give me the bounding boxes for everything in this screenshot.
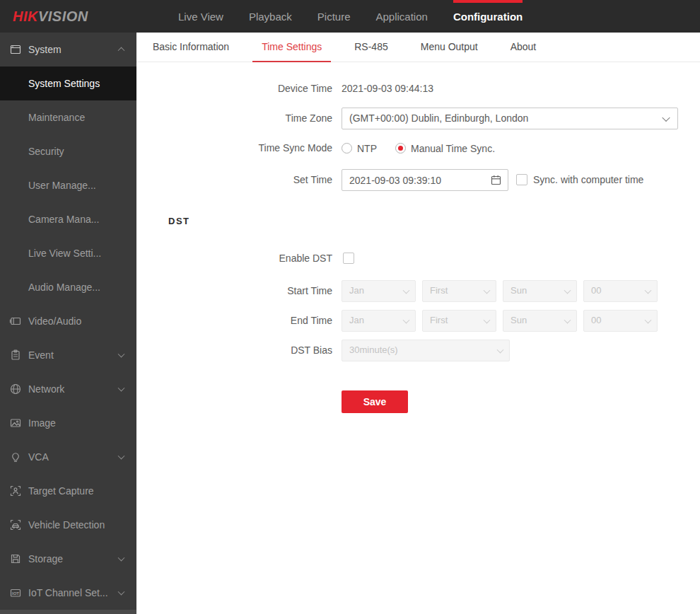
- manual-time-sync-radio-label[interactable]: Manual Time Sync.: [411, 143, 495, 154]
- tab-rs-485[interactable]: RS-485: [345, 33, 397, 62]
- chevron-down-icon: [564, 286, 571, 294]
- logo-text-vision: VISION: [38, 8, 88, 25]
- time-zone-row: Time Zone (GMT+00:00) Dublin, Edinburgh,…: [136, 108, 700, 129]
- sidebar-item-security[interactable]: Security: [0, 134, 136, 168]
- dst-end-month-value: Jan: [349, 315, 364, 325]
- vehicle-detection-icon: [9, 519, 22, 531]
- dst-end-hour-value: 00: [591, 315, 601, 325]
- main-nav: Live View Playback Picture Application C…: [178, 0, 523, 33]
- dst-start-hour-value: 00: [591, 285, 601, 296]
- sidebar-item-iot-channel-settings[interactable]: IOT IoT Channel Set...: [0, 576, 136, 610]
- sidebar-item-live-view-settings[interactable]: Live View Setti...: [0, 236, 136, 270]
- save-row: Save: [136, 390, 700, 413]
- partially-visible-sidebar-item: [0, 610, 136, 614]
- nav-configuration[interactable]: Configuration: [453, 0, 523, 33]
- network-icon: [9, 383, 22, 395]
- manual-time-sync-radio[interactable]: [395, 143, 406, 154]
- sidebar-item-event[interactable]: Event: [0, 338, 136, 372]
- sidebar-item-user-management[interactable]: User Manage...: [0, 168, 136, 202]
- sidebar-item-label: User Manage...: [28, 180, 96, 191]
- sidebar-item-vca[interactable]: VCA: [0, 440, 136, 474]
- storage-icon: [9, 552, 22, 565]
- sidebar-item-label: Network: [28, 383, 64, 395]
- dst-start-week-value: First: [430, 285, 448, 296]
- sidebar-item-camera-management[interactable]: Camera Mana...: [0, 202, 136, 236]
- dst-end-day-select: Sun: [503, 310, 577, 332]
- ntp-radio-label[interactable]: NTP: [357, 143, 377, 154]
- nav-application[interactable]: Application: [376, 0, 428, 33]
- chevron-down-icon: [118, 453, 125, 460]
- time-zone-selected-value: (GMT+00:00) Dublin, Edinburgh, London: [349, 112, 528, 124]
- chevron-down-icon: [403, 316, 410, 323]
- sidebar-item-label: Event: [28, 349, 54, 361]
- sidebar-item-target-capture[interactable]: Target Capture: [0, 474, 136, 508]
- sidebar-item-maintenance[interactable]: Maintenance: [0, 100, 136, 134]
- sync-with-computer-label[interactable]: Sync. with computer time: [533, 169, 643, 191]
- vca-icon: [9, 451, 22, 463]
- sidebar-item-network[interactable]: Network: [0, 372, 136, 406]
- nav-playback[interactable]: Playback: [249, 0, 292, 33]
- dst-start-month-value: Jan: [349, 285, 364, 296]
- chevron-down-icon: [118, 385, 125, 392]
- tab-time-settings[interactable]: Time Settings: [252, 33, 331, 62]
- ntp-radio[interactable]: [342, 143, 352, 154]
- tab-menu-output[interactable]: Menu Output: [412, 33, 487, 62]
- time-sync-mode-group: NTP Manual Time Sync.: [342, 137, 495, 159]
- sidebar-item-system-settings[interactable]: System Settings: [0, 66, 136, 100]
- dst-bias-label: DST Bias: [136, 340, 332, 361]
- nav-picture[interactable]: Picture: [317, 0, 351, 33]
- sidebar-item-system[interactable]: System: [0, 33, 136, 66]
- dst-end-hour-select: 00: [583, 310, 658, 332]
- top-bar: HIKVISION Live View Playback Picture App…: [0, 0, 700, 33]
- sidebar-item-audio-management[interactable]: Audio Manage...: [0, 270, 136, 304]
- sync-with-computer-checkbox[interactable]: [516, 174, 527, 185]
- chevron-down-icon: [118, 555, 125, 562]
- event-icon: [9, 349, 22, 361]
- chevron-down-icon: [118, 589, 125, 596]
- sidebar-item-image[interactable]: Image: [0, 406, 136, 440]
- sidebar-item-label: System Settings: [28, 78, 100, 89]
- chevron-down-icon: [564, 316, 571, 323]
- set-time-label: Set Time: [136, 169, 332, 191]
- tab-basic-information[interactable]: Basic Information: [144, 33, 238, 62]
- dst-start-day-select: Sun: [503, 280, 577, 302]
- time-zone-label: Time Zone: [136, 108, 332, 129]
- dst-bias-select: 30minute(s): [342, 340, 510, 361]
- sidebar-item-vehicle-detection[interactable]: Vehicle Detection: [0, 508, 136, 542]
- chevron-up-icon: [118, 47, 125, 54]
- dst-section-title: DST: [168, 216, 190, 226]
- sidebar-item-label: Vehicle Detection: [28, 519, 105, 531]
- dst-start-hour-select: 00: [583, 280, 658, 302]
- sidebar-item-storage[interactable]: Storage: [0, 542, 136, 576]
- nav-live-view[interactable]: Live View: [178, 0, 223, 33]
- time-zone-select[interactable]: (GMT+00:00) Dublin, Edinburgh, London: [342, 108, 678, 129]
- tab-about[interactable]: About: [501, 33, 546, 62]
- svg-text:IOT: IOT: [12, 591, 19, 596]
- hikvision-logo: HIKVISION: [13, 0, 88, 33]
- set-time-input[interactable]: [342, 169, 508, 191]
- start-time-label: Start Time: [136, 280, 332, 302]
- content-area: Basic Information Time Settings RS-485 M…: [136, 33, 700, 614]
- sidebar-item-label: Audio Manage...: [28, 282, 100, 293]
- sidebar-item-label: System: [28, 44, 62, 55]
- chevron-down-icon: [484, 286, 491, 294]
- dst-end-week-value: First: [430, 315, 448, 325]
- chevron-down-icon: [484, 316, 491, 323]
- sidebar-item-label: Security: [28, 146, 64, 157]
- chevron-down-icon: [403, 286, 410, 294]
- sidebar-item-video-audio[interactable]: Video/Audio: [0, 304, 136, 338]
- enable-dst-checkbox[interactable]: [343, 253, 354, 264]
- dst-bias-row: DST Bias 30minute(s): [136, 340, 700, 361]
- target-capture-icon: [9, 485, 22, 497]
- chevron-down-icon: [645, 286, 652, 294]
- calendar-icon[interactable]: [490, 174, 502, 186]
- sidebar-item-label: Maintenance: [28, 112, 85, 123]
- save-button[interactable]: Save: [342, 390, 408, 413]
- dst-start-month-select: Jan: [342, 280, 416, 302]
- hikvision-config-page: HIKVISION Live View Playback Picture App…: [0, 0, 700, 614]
- chevron-down-icon: [118, 351, 125, 358]
- iot-icon: IOT: [9, 586, 22, 599]
- dst-end-day-value: Sun: [511, 315, 527, 325]
- enable-dst-label: Enable DST: [136, 248, 332, 270]
- sidebar-item-label: Target Capture: [28, 485, 94, 497]
